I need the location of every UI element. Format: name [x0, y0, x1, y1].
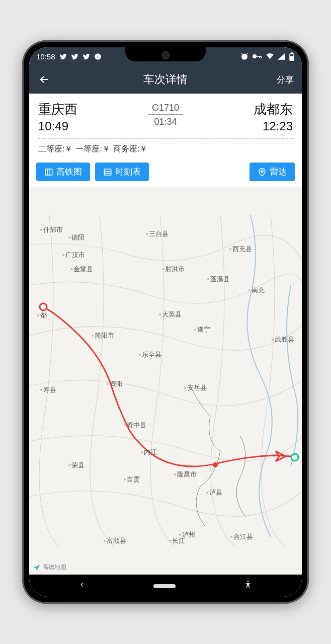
status-time: 10:58 — [36, 52, 55, 61]
hsr-map-label: 高铁图 — [56, 166, 82, 178]
pill-icon — [153, 584, 176, 588]
city-dot — [174, 473, 176, 475]
list-icon — [103, 168, 112, 177]
city-dot — [179, 534, 181, 536]
svg-rect-1 — [97, 56, 98, 58]
city-label: 长江 — [172, 537, 185, 544]
city-label: 资中县 — [127, 421, 146, 429]
twitter-icon — [71, 53, 78, 60]
radar-icon — [258, 168, 267, 177]
city-label: 安岳县 — [187, 384, 207, 391]
map-watermark-text: 高德地图 — [42, 563, 66, 572]
city-dot — [68, 464, 70, 466]
nav-accessibility-button[interactable] — [243, 580, 253, 591]
nav-back-button[interactable] — [78, 581, 86, 590]
app-header: 车次详情 分享 — [29, 65, 302, 94]
amap-logo-icon — [33, 564, 40, 571]
city-label: 寿县 — [43, 386, 56, 393]
share-button[interactable]: 分享 — [277, 74, 294, 86]
train-number[interactable]: G1710 — [148, 103, 183, 115]
timetable-label: 时刻表 — [115, 166, 141, 178]
accessibility-icon — [243, 580, 253, 589]
city-dot — [207, 278, 209, 280]
city-label: 乐至县 — [142, 351, 161, 358]
twitter-icon — [82, 53, 90, 60]
page-title: 车次详情 — [143, 72, 188, 87]
svg-rect-7 — [290, 54, 294, 56]
city-label: 德阳 — [71, 233, 85, 241]
city-dot — [37, 314, 39, 316]
city-label: 西充县 — [232, 245, 252, 253]
arrow-left-icon — [38, 73, 50, 86]
train-block: G1710 01:34 — [148, 101, 183, 127]
city-label: 都 — [40, 311, 47, 319]
city-label: 三台县 — [149, 230, 169, 237]
status-left: 10:58 — [36, 52, 102, 61]
city-dot — [124, 424, 126, 426]
city-dot — [162, 268, 164, 270]
city-dot — [249, 289, 251, 291]
city-dot — [68, 236, 70, 238]
info-icon — [94, 53, 102, 60]
city-label: 金堂县 — [73, 265, 93, 273]
chevron-left-icon — [78, 581, 86, 588]
alarm-icon — [240, 52, 249, 60]
city-dot — [40, 389, 42, 391]
city-label: 富顺县 — [107, 537, 126, 544]
route-end-marker — [291, 454, 298, 461]
city-label: 合江县 — [233, 533, 253, 540]
city-dot — [107, 383, 109, 385]
city-dot — [104, 540, 106, 542]
signal-icon — [278, 53, 285, 60]
from-station: 重庆西 — [38, 101, 77, 118]
nav-home-button[interactable] — [153, 581, 176, 590]
to-station: 成都东 — [254, 101, 293, 118]
departure-block: 重庆西 10:49 — [38, 101, 77, 133]
trip-route-row: 重庆西 10:49 G1710 01:34 成都东 12:23 — [38, 101, 293, 133]
city-dot — [229, 248, 231, 250]
arrival-block: 成都东 12:23 — [254, 101, 293, 133]
action-button-row: 高铁图 时刻表 雷达 — [29, 157, 302, 187]
svg-rect-2 — [97, 54, 98, 55]
city-label: 泸县 — [209, 489, 222, 496]
city-label: 自贡 — [127, 475, 140, 483]
city-dot — [272, 339, 274, 341]
wifi-icon — [266, 53, 274, 60]
city-dot — [230, 536, 232, 538]
back-button[interactable] — [37, 72, 51, 87]
city-dot — [70, 268, 72, 270]
android-nav-bar — [29, 575, 302, 597]
svg-rect-11 — [29, 215, 302, 547]
timetable-button[interactable]: 时刻表 — [95, 163, 149, 181]
twitter-icon — [59, 53, 67, 60]
phone-frame: 10:58 车次详情 分享 — [22, 40, 309, 604]
city-label: 武胜县 — [275, 336, 294, 343]
price-second: 二等座:￥ — [38, 144, 72, 154]
city-dot — [159, 313, 161, 315]
svg-point-10 — [261, 170, 264, 173]
map-icon — [44, 168, 53, 177]
content: 重庆西 10:49 G1710 01:34 成都东 12:23 二等座:￥ — [29, 94, 302, 575]
radar-button[interactable]: 雷达 — [250, 163, 295, 181]
city-label: 什邡市 — [43, 226, 63, 233]
vpn-icon — [252, 53, 262, 60]
city-dot — [141, 451, 143, 453]
city-label: 大英县 — [162, 310, 182, 318]
status-right — [240, 52, 295, 61]
city-dot — [40, 229, 42, 231]
battery-icon — [289, 52, 295, 61]
map-area[interactable]: 什邡市德阳广汉市三台县西充县金堂县射洪市蓬溪县南充都大英县遂宁简阳市武胜县乐至县… — [29, 187, 302, 575]
city-dot — [194, 329, 196, 331]
notch — [125, 47, 206, 61]
svg-point-4 — [253, 55, 257, 58]
svg-point-13 — [247, 581, 249, 583]
duration: 01:34 — [148, 117, 183, 127]
map-watermark: 高德地图 — [33, 563, 66, 572]
city-dot — [206, 492, 208, 494]
screen: 10:58 车次详情 分享 — [29, 47, 302, 597]
hsr-map-button[interactable]: 高铁图 — [36, 163, 90, 181]
city-label: 荣县 — [71, 461, 85, 469]
svg-rect-6 — [291, 52, 293, 54]
city-label: 资阳 — [110, 380, 123, 387]
svg-rect-12 — [153, 584, 176, 588]
